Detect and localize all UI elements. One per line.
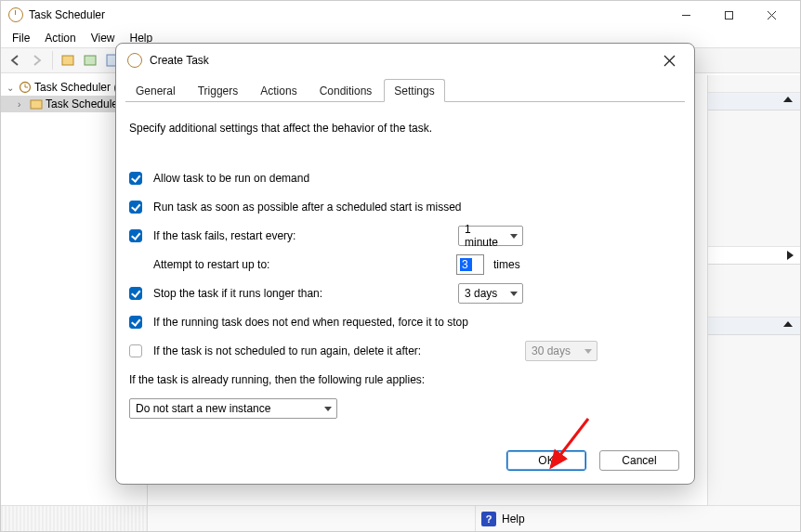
status-cell-1 (1, 506, 148, 531)
dialog-titlebar: Create Task (116, 44, 694, 77)
ok-button[interactable]: OK (506, 450, 586, 471)
clock-icon (19, 81, 32, 94)
tab-strip: General Triggers Actions Conditions Sett… (116, 77, 694, 101)
actions-section-3[interactable] (708, 317, 800, 335)
label-attempt-up-to: Attempt to restart up to: (153, 258, 456, 271)
svg-rect-5 (85, 56, 96, 65)
close-button[interactable] (750, 1, 793, 29)
tab-general[interactable]: General (125, 79, 186, 101)
combo-stop-duration[interactable]: 3 days (458, 283, 523, 304)
checkbox-allow-on-demand[interactable] (129, 172, 142, 185)
menu-action[interactable]: Action (39, 30, 81, 46)
status-cell-2 (148, 506, 475, 531)
menu-file[interactable]: File (7, 30, 35, 46)
checkbox-run-asap[interactable] (129, 201, 142, 214)
combo-delete-after-value: 30 days (532, 344, 571, 357)
input-attempt-count-value: 3 (460, 258, 472, 271)
expand-icon: ⌄ (7, 83, 16, 93)
dialog-title: Create Task (150, 54, 655, 67)
app-icon (8, 7, 23, 22)
actions-section-1[interactable] (708, 92, 800, 110)
combo-restart-interval-value: 1 minute (465, 223, 506, 249)
window-title: Task Scheduler (29, 8, 664, 21)
menu-view[interactable]: View (85, 30, 121, 46)
combo-rule-value: Do not start a new instance (136, 402, 270, 415)
tab-actions[interactable]: Actions (250, 79, 307, 101)
tab-conditions[interactable]: Conditions (309, 79, 383, 101)
minimize-button[interactable] (664, 1, 707, 29)
toolbar-icon-2[interactable] (80, 50, 100, 71)
help-icon: ? (481, 512, 496, 526)
label-run-asap: Run task as soon as possible after a sch… (153, 201, 462, 214)
checkbox-force-stop[interactable] (129, 316, 142, 329)
combo-rule[interactable]: Do not start a new instance (129, 398, 337, 419)
tab-settings[interactable]: Settings (384, 79, 444, 102)
tree-root-label: Task Scheduler (L (34, 81, 124, 94)
checkbox-stop-if-longer[interactable] (129, 287, 142, 300)
label-allow-on-demand: Allow task to be run on demand (153, 172, 309, 185)
maximize-button[interactable] (707, 1, 750, 29)
status-help[interactable]: ? Help (475, 506, 800, 531)
input-attempt-count[interactable]: 3 (456, 254, 484, 275)
chevron-down-icon (584, 349, 592, 354)
clock-icon (127, 53, 142, 68)
label-stop-if-longer: Stop the task if it runs longer than: (153, 287, 458, 300)
label-restart-every: If the task fails, restart every: (153, 229, 458, 242)
label-delete-after: If the task is not scheduled to run agai… (153, 344, 525, 357)
title-bar: Task Scheduler (1, 1, 800, 29)
settings-intro: Specify additional settings that affect … (129, 122, 432, 135)
chevron-down-icon (510, 234, 518, 239)
label-times: times (493, 258, 520, 271)
tab-triggers[interactable]: Triggers (188, 79, 249, 101)
expand-icon: › (18, 99, 27, 110)
status-help-label: Help (502, 513, 525, 526)
actions-panel (707, 75, 800, 505)
back-button[interactable] (5, 50, 25, 71)
svg-rect-12 (31, 100, 42, 109)
toolbar-icon-1[interactable] (58, 50, 78, 71)
svg-rect-1 (725, 11, 732, 19)
dialog-close-button[interactable] (655, 46, 683, 74)
folder-icon (30, 97, 43, 110)
checkbox-restart-every[interactable] (129, 229, 142, 242)
tree-child-label: Task Schedule (46, 97, 118, 110)
combo-stop-duration-value: 3 days (465, 287, 497, 300)
forward-button[interactable] (27, 50, 47, 71)
create-task-dialog: Create Task General Triggers Actions Con… (115, 43, 695, 485)
cancel-button[interactable]: Cancel (599, 450, 679, 471)
combo-delete-after-duration: 30 days (525, 341, 597, 361)
chevron-down-icon (324, 407, 332, 411)
settings-panel: Specify additional settings that affect … (116, 102, 694, 438)
svg-rect-4 (62, 56, 73, 65)
status-bar: ? Help (1, 505, 800, 531)
label-force-stop: If the running task does not end when re… (153, 316, 468, 329)
actions-section-2[interactable] (708, 246, 800, 265)
combo-restart-interval[interactable]: 1 minute (458, 226, 523, 246)
label-rule-applies: If the task is already running, then the… (129, 373, 425, 386)
chevron-down-icon (510, 292, 518, 296)
checkbox-delete-after[interactable] (129, 344, 142, 357)
